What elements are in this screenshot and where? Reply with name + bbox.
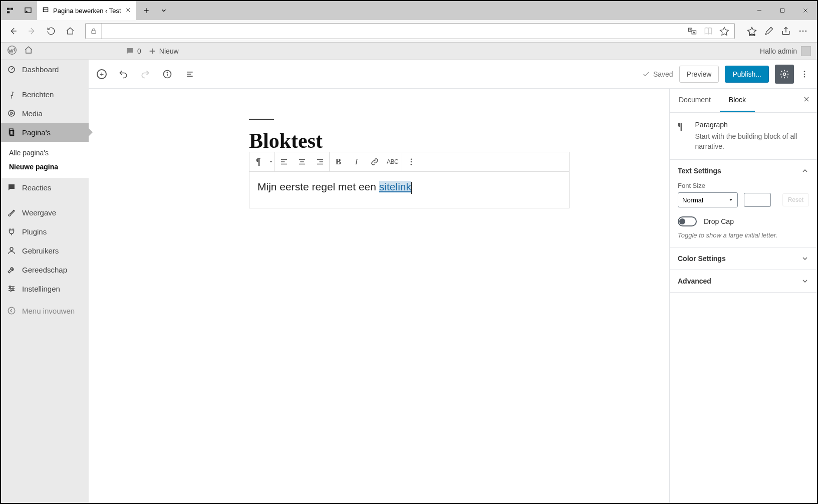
menu-comments[interactable]: Reacties <box>1 178 89 197</box>
menu-tools[interactable]: Gereedschap <box>1 260 89 279</box>
link-button[interactable] <box>366 152 384 171</box>
more-options-button[interactable] <box>800 65 809 84</box>
svg-point-62 <box>410 161 412 163</box>
adminbar-user[interactable]: Hallo admin <box>760 46 811 56</box>
svg-point-37 <box>10 286 11 288</box>
font-size-select[interactable]: Normal <box>678 192 738 207</box>
svg-point-40 <box>8 307 15 314</box>
settings-toggle-button[interactable] <box>775 65 794 84</box>
close-window-button[interactable] <box>794 1 817 20</box>
panel-head-color[interactable]: Color Settings <box>670 247 817 270</box>
new-tab-button[interactable] <box>136 1 156 20</box>
menu-label: Dashboard <box>22 65 59 74</box>
block-type-button[interactable]: ¶ <box>249 152 267 171</box>
panel-head-text-settings[interactable]: Text Settings <box>670 160 817 182</box>
maximize-button[interactable] <box>771 1 794 20</box>
menu-appearance[interactable]: Weergave <box>1 203 89 222</box>
close-inspector-button[interactable] <box>796 89 817 112</box>
share-icon[interactable] <box>781 26 791 36</box>
format-group: B I ABC <box>330 152 402 171</box>
editor: + Saved Preview Publish... <box>89 60 817 504</box>
add-block-button[interactable]: + <box>97 69 107 79</box>
collapse-icon <box>7 306 16 315</box>
svg-rect-2 <box>7 11 10 13</box>
align-left-button[interactable] <box>275 152 293 171</box>
paragraph-link[interactable]: sitelink <box>379 181 411 192</box>
lock-icon[interactable] <box>86 24 102 39</box>
submenu-all-pages[interactable]: Alle pagina's <box>1 146 89 160</box>
drop-cap-toggle[interactable] <box>678 216 697 226</box>
paragraph-block[interactable]: Mijn eerste regel met een sitelink <box>249 172 570 208</box>
favorites-list-icon[interactable] <box>747 26 757 36</box>
editor-canvas[interactable]: Bloktest ¶ B I <box>89 89 669 504</box>
italic-button[interactable]: I <box>348 152 366 171</box>
favorite-icon[interactable] <box>719 26 729 36</box>
admin-sidebar: Dashboard Berichten Media Pagina's Alle … <box>1 60 89 504</box>
main-layout: Dashboard Berichten Media Pagina's Alle … <box>1 60 817 504</box>
tab-block[interactable]: Block <box>720 89 755 112</box>
set-aside-icon[interactable] <box>19 1 37 20</box>
content-info-button[interactable] <box>162 69 173 80</box>
translate-icon[interactable] <box>687 26 697 36</box>
back-button[interactable] <box>4 22 22 40</box>
close-tab-icon[interactable] <box>125 7 131 15</box>
block-type-caret[interactable] <box>267 152 275 171</box>
font-size-value: Normal <box>682 196 703 204</box>
preview-button[interactable]: Preview <box>679 66 719 83</box>
panel-title: Advanced <box>678 277 711 285</box>
comment-icon <box>7 183 16 192</box>
menu-media[interactable]: Media <box>1 104 89 123</box>
outline-button[interactable] <box>184 69 195 80</box>
panel-body-text: Font Size Normal Reset Drop Cap <box>670 182 817 247</box>
tab-actions-icon[interactable] <box>1 1 19 20</box>
browser-tab[interactable]: Pagina bewerken ‹ Test <box>37 1 136 20</box>
menu-users[interactable]: Gebruikers <box>1 241 89 260</box>
editor-toolbar: + Saved Preview Publish... <box>89 60 817 89</box>
svg-marker-51 <box>270 161 272 162</box>
site-home-icon[interactable] <box>24 46 33 56</box>
minimize-button[interactable] <box>748 1 771 20</box>
menu-collapse[interactable]: Menu invouwen <box>1 301 89 320</box>
publish-button[interactable]: Publish... <box>725 66 769 83</box>
svg-marker-20 <box>748 28 756 36</box>
tab-document[interactable]: Document <box>670 89 720 112</box>
adminbar-comments[interactable]: 0 <box>125 47 141 56</box>
forward-button[interactable] <box>23 22 41 40</box>
tab-dropdown-icon[interactable] <box>156 1 171 20</box>
reset-button[interactable]: Reset <box>782 193 809 206</box>
panel-head-advanced[interactable]: Advanced <box>670 270 817 292</box>
page-icon <box>7 128 16 137</box>
align-right-button[interactable] <box>311 152 329 171</box>
bold-button[interactable]: B <box>330 152 348 171</box>
adminbar-new[interactable]: Nieuw <box>148 47 179 55</box>
redo-button[interactable] <box>140 69 151 80</box>
drop-cap-label: Drop Cap <box>704 217 734 225</box>
notes-icon[interactable] <box>764 26 774 36</box>
menu-label: Media <box>22 109 43 118</box>
browser-home-button[interactable] <box>61 22 79 40</box>
drop-cap-hint: Toggle to show a large initial letter. <box>678 231 809 239</box>
panel-title: Color Settings <box>678 255 726 263</box>
undo-button[interactable] <box>118 69 129 80</box>
menu-posts[interactable]: Berichten <box>1 85 89 104</box>
more-browser-icon[interactable] <box>798 26 808 36</box>
menu-settings[interactable]: Instellingen <box>1 279 89 298</box>
font-size-input[interactable] <box>744 193 771 207</box>
address-bar[interactable] <box>85 23 735 39</box>
menu-pages[interactable]: Pagina's <box>1 123 89 142</box>
menu-dashboard[interactable]: Dashboard <box>1 60 89 79</box>
strikethrough-button[interactable]: ABC <box>384 152 402 171</box>
submenu-new-page[interactable]: Nieuwe pagina <box>1 160 89 174</box>
wordpress-logo-icon[interactable] <box>7 45 17 57</box>
svg-point-24 <box>802 31 804 32</box>
align-group <box>275 152 330 171</box>
align-center-button[interactable] <box>293 152 311 171</box>
block-more-button[interactable] <box>402 152 420 171</box>
chevron-down-icon <box>801 277 809 285</box>
adminbar-new-label: Nieuw <box>159 47 179 55</box>
reading-view-icon[interactable] <box>703 26 713 36</box>
svg-rect-16 <box>91 31 95 33</box>
post-title[interactable]: Bloktest <box>249 129 570 153</box>
refresh-button[interactable] <box>42 22 60 40</box>
menu-plugins[interactable]: Plugins <box>1 222 89 241</box>
